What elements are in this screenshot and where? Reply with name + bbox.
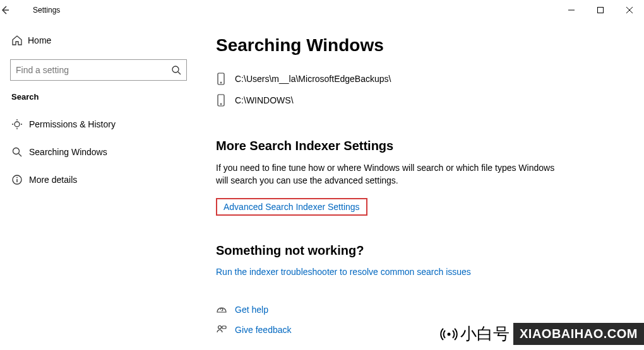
svg-point-5 — [172, 66, 179, 73]
home-label: Home — [28, 35, 51, 45]
svg-point-7 — [15, 122, 20, 127]
minimize-button[interactable] — [557, 0, 586, 20]
svg-rect-15 — [218, 95, 224, 106]
help-icon — [216, 304, 235, 315]
sidebar-item-more-details[interactable]: More details — [0, 166, 197, 194]
svg-point-14 — [220, 82, 222, 83]
sidebar: Home Search Permissions & History Search… — [0, 20, 197, 350]
svg-point-12 — [16, 177, 18, 178]
svg-point-17 — [218, 326, 222, 329]
nav-label: Searching Windows — [29, 147, 107, 157]
broadcast-icon — [440, 325, 458, 343]
svg-point-19 — [448, 332, 451, 335]
sidebar-item-permissions[interactable]: Permissions & History — [0, 110, 197, 138]
home-icon — [11, 35, 28, 46]
sidebar-home[interactable]: Home — [0, 28, 197, 53]
feedback-icon — [216, 324, 235, 335]
close-button[interactable] — [615, 0, 644, 20]
info-icon — [11, 174, 29, 185]
folder-icon — [216, 73, 235, 85]
get-help-link[interactable]: Get help — [235, 305, 268, 315]
folder-path: C:\WINDOWS\ — [235, 95, 294, 105]
find-setting-box[interactable] — [10, 59, 187, 81]
search-windows-icon — [11, 146, 29, 158]
find-setting-input[interactable] — [16, 65, 171, 75]
feedback-link[interactable]: Give feedback — [235, 325, 292, 335]
indexer-desc: If you need to fine tune how or where Wi… — [216, 162, 557, 187]
folder-path: C:\Users\m__la\MicrosoftEdgeBackups\ — [235, 74, 391, 84]
svg-point-8 — [13, 148, 20, 155]
titlebar: Settings — [0, 0, 644, 20]
nav-label: Permissions & History — [29, 119, 116, 129]
watermark-badge: 小白号 XIAOBAIHAO.COM — [440, 323, 644, 345]
excluded-folder-row[interactable]: C:\WINDOWS\ — [216, 90, 619, 111]
maximize-button[interactable] — [586, 0, 615, 20]
svg-point-16 — [220, 103, 222, 105]
excluded-folder-row[interactable]: C:\Users\m__la\MicrosoftEdgeBackups\ — [216, 68, 619, 90]
troubleshoot-heading: Something not working? — [216, 243, 619, 258]
search-icon — [171, 65, 181, 75]
nav-label: More details — [29, 175, 77, 185]
page-title: Searching Windows — [216, 35, 619, 55]
sidebar-section: Search — [0, 92, 197, 110]
svg-rect-13 — [218, 73, 224, 85]
advanced-indexer-link[interactable]: Advanced Search Indexer Settings — [224, 202, 360, 212]
watermark-cn: 小白号 — [440, 323, 510, 345]
troubleshoot-link[interactable]: Run the indexer troubleshooter to resolv… — [216, 267, 471, 277]
svg-rect-2 — [598, 8, 604, 13]
back-button[interactable] — [0, 5, 28, 15]
watermark-en: XIAOBAIHAO.COM — [513, 323, 644, 345]
folder-icon — [216, 94, 235, 107]
sidebar-item-searching-windows[interactable]: Searching Windows — [0, 138, 197, 166]
window-title: Settings — [28, 6, 60, 15]
indexer-heading: More Search Indexer Settings — [216, 139, 619, 153]
content-pane: Searching Windows C:\Users\m__la\Microso… — [197, 20, 644, 350]
svg-rect-18 — [222, 326, 226, 329]
svg-line-9 — [19, 154, 22, 157]
permissions-icon — [11, 119, 29, 130]
svg-line-6 — [178, 72, 181, 74]
advanced-indexer-highlight: Advanced Search Indexer Settings — [216, 198, 367, 216]
